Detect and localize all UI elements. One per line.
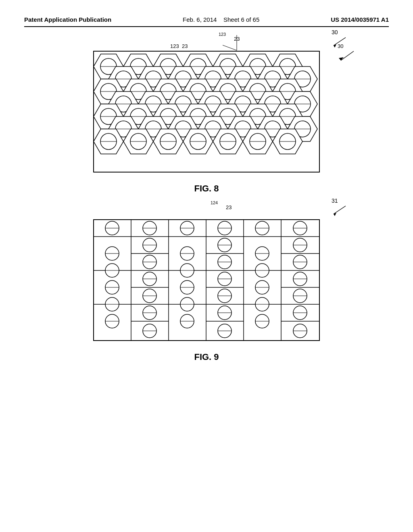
- fig9-label: FIG. 9: [194, 352, 219, 362]
- figure-9-section: 124 23 31: [24, 216, 389, 364]
- figure-9-wrapper: 124 23 31: [24, 216, 389, 345]
- publication-label: Patent Application Publication: [24, 16, 111, 23]
- svg-rect-154: [94, 220, 319, 341]
- patent-number: US 2014/0035971 A1: [331, 16, 389, 23]
- ref-124: 124: [211, 200, 218, 208]
- ref-30-label: 30: [338, 43, 343, 49]
- date-label: Feb. 6, 2014 Sheet 6 of 65: [183, 16, 259, 23]
- svg-line-151: [341, 51, 354, 60]
- header: Patent Application Publication Feb. 6, 2…: [24, 16, 389, 27]
- ref-123-label: 123: [170, 43, 179, 49]
- fig9-diagram: [90, 216, 323, 345]
- ref-31: 31: [332, 197, 348, 217]
- ref-23-label-fig8: 23: [182, 43, 188, 49]
- fig8-diagram: [90, 47, 323, 176]
- ref-30-arrow: [338, 49, 356, 63]
- ref-23-fig9: 23: [226, 204, 232, 210]
- ref-arrows-fig8: [211, 31, 259, 51]
- figure-8-wrapper: 123 23 30: [24, 47, 389, 176]
- content: 123 23 30: [24, 31, 389, 376]
- svg-line-153: [334, 206, 346, 214]
- figure-8-section: 123 23 30: [24, 47, 389, 195]
- page: Patent Application Publication Feb. 6, 2…: [0, 0, 413, 532]
- svg-line-0: [223, 45, 237, 50]
- fig8-label: FIG. 8: [194, 183, 219, 194]
